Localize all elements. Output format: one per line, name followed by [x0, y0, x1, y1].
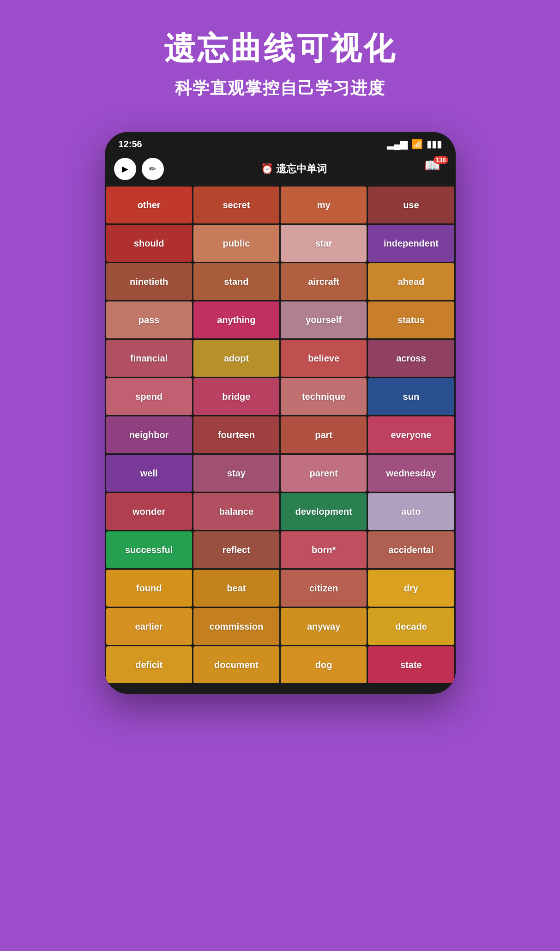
phone-mockup: 12:56 ▂▄▆ 📶 ▮▮▮ ▶ ✏ ⏰ 遗忘中单词 📖 138 others… [105, 132, 456, 694]
word-cell[interactable]: balance [193, 493, 279, 530]
word-cell[interactable]: dry [368, 570, 454, 607]
word-cell[interactable]: independent [368, 225, 454, 262]
word-cell[interactable]: citizen [281, 570, 367, 607]
word-cell[interactable]: pass [106, 301, 192, 338]
word-cell[interactable]: yourself [281, 301, 367, 338]
word-cell[interactable]: star [281, 225, 367, 262]
word-cell[interactable]: decade [368, 608, 454, 645]
word-cell[interactable]: development [281, 493, 367, 530]
word-cell[interactable]: ninetieth [106, 263, 192, 300]
word-cell[interactable]: ahead [368, 263, 454, 300]
word-grid: othersecretmyuseshouldpublicstarindepend… [105, 185, 456, 685]
word-cell[interactable]: should [106, 225, 192, 262]
status-right-icons: ▂▄▆ 📶 ▮▮▮ [387, 138, 441, 150]
word-cell[interactable]: beat [193, 570, 279, 607]
signal-icon: ▂▄▆ [387, 138, 407, 150]
word-cell[interactable]: other [106, 187, 192, 223]
word-cell[interactable]: document [193, 646, 279, 683]
word-cell[interactable]: born* [281, 531, 367, 568]
word-cell[interactable]: dog [281, 646, 367, 683]
word-cell[interactable]: public [193, 225, 279, 262]
word-cell[interactable]: stand [193, 263, 279, 300]
word-cell[interactable]: technique [281, 378, 367, 415]
word-cell[interactable]: wonder [106, 493, 192, 530]
word-cell[interactable]: found [106, 570, 192, 607]
word-cell[interactable]: deficit [106, 646, 192, 683]
battery-icon: ▮▮▮ [427, 138, 442, 150]
word-cell[interactable]: believe [281, 340, 367, 377]
word-cell[interactable]: commission [193, 608, 279, 645]
status-bar: 12:56 ▂▄▆ 📶 ▮▮▮ [105, 132, 456, 153]
word-cell[interactable]: status [368, 301, 454, 338]
word-cell[interactable]: everyone [368, 416, 454, 453]
play-icon: ▶ [122, 164, 128, 174]
word-cell[interactable]: wednesday [368, 455, 454, 492]
word-cell[interactable]: anyway [281, 608, 367, 645]
time-display: 12:56 [119, 139, 142, 150]
word-cell[interactable]: well [106, 455, 192, 492]
wifi-icon: 📶 [411, 138, 423, 150]
word-cell[interactable]: my [281, 187, 367, 223]
word-cell[interactable]: anything [193, 301, 279, 338]
word-cell[interactable]: adopt [193, 340, 279, 377]
word-cell[interactable]: secret [193, 187, 279, 223]
word-cell[interactable]: fourteen [193, 416, 279, 453]
word-cell[interactable]: aircraft [281, 263, 367, 300]
word-cell[interactable]: earlier [106, 608, 192, 645]
word-cell[interactable]: financial [106, 340, 192, 377]
word-cell[interactable]: state [368, 646, 454, 683]
edit-button[interactable]: ✏ [142, 158, 164, 180]
word-cell[interactable]: sun [368, 378, 454, 415]
word-cell[interactable]: neighbor [106, 416, 192, 453]
badge-container[interactable]: 📖 138 [424, 158, 446, 180]
app-title: ⏰ 遗忘中单词 [169, 162, 419, 176]
word-cell[interactable]: reflect [193, 531, 279, 568]
word-cell[interactable]: spend [106, 378, 192, 415]
badge-count: 138 [434, 156, 448, 164]
word-cell[interactable]: bridge [193, 378, 279, 415]
word-cell[interactable]: part [281, 416, 367, 453]
word-cell[interactable]: stay [193, 455, 279, 492]
header-section: 遗忘曲线可视化 科学直观掌控自己学习进度 [0, 0, 560, 114]
edit-icon: ✏ [149, 164, 156, 174]
main-title: 遗忘曲线可视化 [164, 28, 397, 70]
word-cell[interactable]: accidental [368, 531, 454, 568]
word-cell[interactable]: auto [368, 493, 454, 530]
app-bar: ▶ ✏ ⏰ 遗忘中单词 📖 138 [105, 153, 456, 185]
word-cell[interactable]: parent [281, 455, 367, 492]
word-cell[interactable]: successful [106, 531, 192, 568]
play-button[interactable]: ▶ [114, 158, 136, 180]
word-cell[interactable]: use [368, 187, 454, 223]
sub-title: 科学直观掌控自己学习进度 [175, 77, 385, 100]
word-cell[interactable]: across [368, 340, 454, 377]
